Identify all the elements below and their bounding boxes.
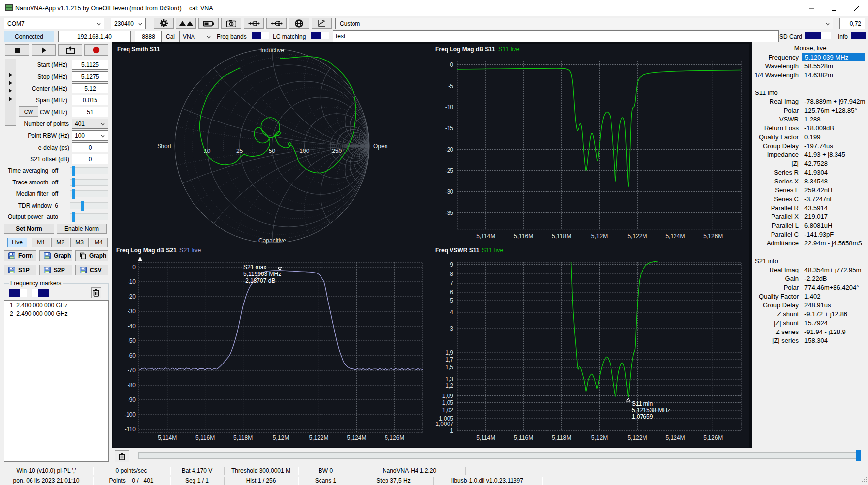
svg-text:5,126M: 5,126M <box>385 434 404 441</box>
svg-text:-60: -60 <box>128 352 136 359</box>
svg-text:5,12M: 5,12M <box>591 434 608 441</box>
svg-text:-30: -30 <box>128 308 136 315</box>
svg-text:1,0007: 1,0007 <box>435 421 453 427</box>
svg-text:25: 25 <box>236 148 243 154</box>
svg-text:-20: -20 <box>445 146 454 153</box>
svg-text:100: 100 <box>299 148 309 154</box>
svg-text:-15: -15 <box>445 125 454 132</box>
svg-text:S11 min: S11 min <box>632 400 653 407</box>
svg-text:5,114M: 5,114M <box>158 434 177 441</box>
svg-text:-100: -100 <box>124 411 136 418</box>
svg-text:5,124M: 5,124M <box>665 233 685 240</box>
svg-text:1,9: 1,9 <box>445 349 453 356</box>
svg-text:50: 50 <box>269 148 276 154</box>
svg-text:1,07659: 1,07659 <box>632 413 653 420</box>
svg-text:5,126M: 5,126M <box>703 434 723 441</box>
svg-text:S11 live: S11 live <box>482 247 504 254</box>
svg-text:5,114M: 5,114M <box>476 434 495 441</box>
svg-text:250: 250 <box>332 148 342 154</box>
svg-text:5,119963 MHz: 5,119963 MHz <box>243 271 281 277</box>
svg-text:1,09: 1,09 <box>442 393 454 399</box>
svg-text:0: 0 <box>132 264 136 271</box>
svg-text:Open: Open <box>373 143 387 150</box>
svg-text:-10: -10 <box>128 278 136 285</box>
svg-text:3: 3 <box>450 325 453 332</box>
svg-text:5,118M: 5,118M <box>552 233 571 240</box>
svg-text:Inductive: Inductive <box>260 47 284 54</box>
svg-text:5,114M: 5,114M <box>476 233 495 240</box>
svg-text:Short: Short <box>157 143 171 150</box>
svg-text:5,122M: 5,122M <box>309 434 328 441</box>
svg-text:5,124M: 5,124M <box>665 434 685 441</box>
svg-text:4: 4 <box>450 309 453 316</box>
svg-text:5,118M: 5,118M <box>233 434 253 441</box>
svg-text:-2,18707 dB: -2,18707 dB <box>243 277 275 284</box>
svg-text:-40: -40 <box>128 323 136 330</box>
svg-text:-10: -10 <box>445 104 454 111</box>
svg-text:Freq Smith S11: Freq Smith S11 <box>117 46 160 53</box>
svg-text:-30: -30 <box>445 188 454 195</box>
svg-text:0: 0 <box>450 61 453 68</box>
svg-text:5,116M: 5,116M <box>514 434 533 441</box>
svg-text:5,121538 MHz: 5,121538 MHz <box>632 407 670 414</box>
svg-text:-5: -5 <box>448 83 453 90</box>
svg-text:S11 live: S11 live <box>498 46 520 53</box>
svg-text:-110: -110 <box>125 426 136 433</box>
svg-text:1,2: 1,2 <box>445 382 453 389</box>
svg-text:5,124M: 5,124M <box>347 434 366 441</box>
svg-text:9: 9 <box>450 261 453 268</box>
svg-text:5,116M: 5,116M <box>195 434 215 441</box>
svg-text:-35: -35 <box>445 210 454 216</box>
svg-text:S21 live: S21 live <box>179 247 201 254</box>
svg-text:8: 8 <box>450 271 453 277</box>
svg-text:1,05: 1,05 <box>442 399 454 406</box>
svg-text:5,12M: 5,12M <box>591 233 608 240</box>
svg-text:1,3: 1,3 <box>445 376 453 383</box>
svg-text:5,126M: 5,126M <box>703 233 723 240</box>
svg-text:5,116M: 5,116M <box>514 233 533 240</box>
svg-text:5,12M: 5,12M <box>273 434 289 441</box>
svg-text:6: 6 <box>450 289 453 296</box>
svg-text:-70: -70 <box>128 367 136 374</box>
svg-text:Freq VSWR S11: Freq VSWR S11 <box>435 247 480 254</box>
svg-text:7: 7 <box>450 280 453 287</box>
svg-text:-80: -80 <box>128 382 136 389</box>
svg-text:5,122M: 5,122M <box>627 233 647 240</box>
svg-text:S21 max: S21 max <box>243 264 266 271</box>
svg-text:1,02: 1,02 <box>442 407 454 414</box>
svg-text:-90: -90 <box>128 396 136 403</box>
svg-text:-50: -50 <box>128 337 136 344</box>
svg-text:Freq Log Mag dB S21: Freq Log Mag dB S21 <box>116 247 177 254</box>
svg-text:1,5: 1,5 <box>445 364 453 371</box>
svg-text:1,7: 1,7 <box>445 356 453 363</box>
svg-text:5,122M: 5,122M <box>627 434 647 441</box>
svg-text:Capacitive: Capacitive <box>258 237 286 244</box>
svg-text:-20: -20 <box>128 293 136 300</box>
svg-text:Freq Log Mag dB S11: Freq Log Mag dB S11 <box>435 46 495 53</box>
svg-text:5: 5 <box>450 297 453 304</box>
svg-text:-25: -25 <box>445 167 454 174</box>
svg-text:5,118M: 5,118M <box>552 434 571 441</box>
svg-text:1: 1 <box>450 427 453 434</box>
